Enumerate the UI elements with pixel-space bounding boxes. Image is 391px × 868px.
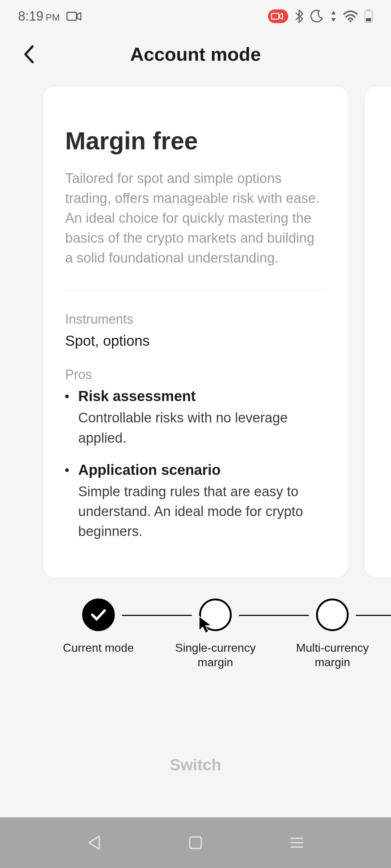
nav-back-button[interactable] (76, 832, 112, 854)
page-title: Account mode (14, 43, 377, 65)
step-connector (356, 615, 391, 616)
svg-rect-1 (268, 9, 288, 23)
pros-label: Pros (65, 367, 326, 382)
status-bar: 8:19 PM (0, 0, 391, 33)
step-current[interactable]: Current mode (40, 599, 157, 655)
step-circle (316, 599, 349, 631)
step-label: Single-currency margin (175, 641, 256, 669)
step-multi-currency[interactable]: Multi-currency margin (274, 599, 391, 669)
step-label: Current mode (63, 641, 134, 655)
chevron-left-icon (22, 44, 35, 64)
cursor-icon (198, 615, 214, 636)
pro-description: Controllable risks with no leverage appl… (78, 408, 326, 448)
app-header: Account mode (0, 33, 391, 76)
svg-rect-0 (67, 12, 76, 20)
camera-icon (66, 11, 81, 22)
status-time-value: 8:19 (18, 9, 43, 24)
step-circle-active (82, 599, 115, 631)
svg-rect-6 (366, 18, 371, 21)
nav-home-icon (188, 835, 203, 850)
check-icon (89, 608, 108, 622)
instruments-label: Instruments (65, 312, 326, 327)
system-nav-bar (0, 817, 391, 868)
wifi-icon (343, 10, 358, 22)
pro-title: Risk assessment (78, 388, 326, 404)
mode-card-margin-free[interactable]: Margin free Tailored for spot and simple… (43, 87, 348, 577)
nav-home-button[interactable] (177, 832, 214, 854)
battery-icon (364, 9, 373, 23)
moon-icon (310, 9, 324, 23)
pros-list: Risk assessment Controllable risks with … (65, 388, 326, 541)
svg-point-3 (349, 20, 352, 22)
nav-back-icon (87, 835, 101, 851)
pro-item: Risk assessment Controllable risks with … (65, 388, 326, 448)
pro-item: Application scenario Simple trading rule… (65, 462, 326, 541)
step-connector (239, 615, 309, 616)
step-single-currency[interactable]: Single-currency margin (157, 599, 274, 669)
step-label: Multi-currency margin (296, 641, 369, 669)
step-connector (122, 615, 192, 616)
status-left: 8:19 PM (18, 9, 81, 24)
back-button[interactable] (18, 43, 40, 65)
updown-icon (330, 10, 337, 22)
card-title: Margin free (65, 127, 326, 155)
record-icon (268, 9, 288, 23)
pro-title: Application scenario (78, 462, 326, 478)
card-description: Tailored for spot and simple options tra… (65, 169, 326, 268)
svg-rect-7 (190, 837, 201, 848)
bluetooth-icon (295, 9, 303, 23)
svg-rect-5 (367, 9, 370, 11)
switch-button[interactable]: Switch (148, 745, 243, 785)
status-right (268, 9, 373, 23)
mode-carousel[interactable]: Margin free Tailored for spot and simple… (0, 76, 391, 577)
nav-recent-button[interactable] (279, 832, 315, 854)
nav-recent-icon (290, 837, 304, 849)
mode-stepper: Current mode Single-currency margin Mult… (0, 577, 391, 669)
status-time-ampm: PM (46, 12, 60, 23)
mode-card-next[interactable] (365, 87, 391, 577)
pro-description: Simple trading rules that are easy to un… (78, 482, 326, 541)
instruments-value: Spot, options (65, 333, 326, 349)
status-time: 8:19 PM (18, 9, 60, 24)
card-divider (65, 290, 326, 290)
